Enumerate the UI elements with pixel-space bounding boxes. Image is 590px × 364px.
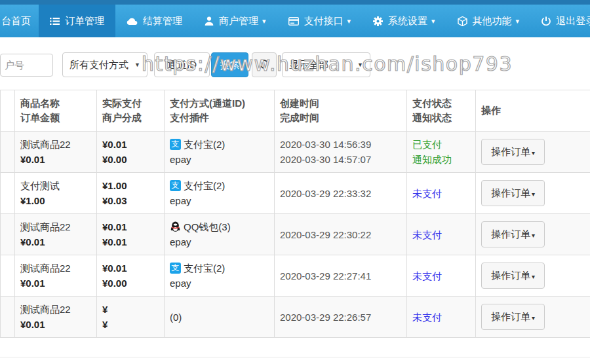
orders-table: 商品名称订单金额 实际支付商户分成 支付方式(通道ID)支付插件 创建时间完成时…	[0, 90, 590, 338]
order-action-button[interactable]: 操作订单 ▾	[481, 139, 545, 165]
cut-cell	[1, 173, 15, 214]
paid-cell: ¥0.01¥0.01	[97, 214, 165, 255]
refresh-icon	[259, 59, 269, 71]
chevron-down-icon: ▾	[532, 314, 535, 321]
pay-status: 未支付	[412, 227, 470, 242]
order-action-button[interactable]: 操作订单 ▾	[481, 304, 545, 330]
cut-cell	[1, 132, 15, 173]
top-navbar: 台首页 订单管理 结算管理 商户管理 ▾ 支付接口 ▾ 系统设置 ▾ 其他功能 …	[0, 0, 590, 37]
action-cell: 操作订单 ▾	[476, 173, 590, 214]
nav-item-label: 其他功能	[473, 15, 512, 27]
pay-method-cell: 支支付宝(2) epay	[165, 173, 275, 214]
header-times: 创建时间完成时间	[275, 90, 407, 132]
header-actions: 操作	[476, 90, 590, 132]
status-cell: 未支付	[407, 297, 476, 338]
cut-cell	[1, 255, 15, 297]
search-toolbar: 所有支付方式 ▼ 通道ID 搜索 显示全部 ▼	[0, 52, 590, 77]
order-action-button[interactable]: 操作订单 ▾	[481, 263, 545, 289]
nav-item-label: 商户管理	[219, 15, 258, 27]
alipay-icon: 支	[170, 180, 181, 191]
status-cell: 未支付	[407, 255, 476, 297]
nav-item-settlement[interactable]: 结算管理	[115, 5, 193, 37]
chevron-down-icon: ▾	[347, 17, 351, 26]
alipay-icon: 支	[170, 139, 181, 150]
pay-status: 未支付	[412, 186, 470, 201]
product-cell: 测试商品22¥0.01	[15, 255, 97, 297]
channel-id-button[interactable]: 通道ID	[154, 52, 210, 77]
nav-item-label: 支付接口	[304, 15, 344, 27]
time-cell: 2020-03-29 22:30:22	[275, 214, 407, 255]
nav-item-merchants[interactable]: 商户管理 ▾	[193, 5, 277, 37]
gear-icon	[373, 16, 383, 26]
header-product: 商品名称订单金额	[15, 90, 97, 132]
paid-cell: ¥0.01¥0.00	[97, 255, 165, 297]
chevron-down-icon: ▾	[532, 191, 535, 198]
action-cell: 操作订单 ▾	[476, 214, 590, 255]
order-action-button[interactable]: 操作订单 ▾	[481, 221, 545, 247]
table-row: 支付测试¥1.00 ¥1.00¥0.03 支支付宝(2) epay 2020-0…	[1, 173, 590, 214]
time-cell: 2020-03-29 22:26:57	[275, 297, 407, 338]
show-all-select[interactable]: 显示全部 ▼	[282, 52, 370, 77]
alipay-icon: 支	[170, 263, 181, 274]
nav-item-label: 结算管理	[143, 15, 182, 27]
chevron-down-icon: ▾	[516, 17, 520, 26]
nav-item-label: 系统设置	[388, 15, 427, 27]
table-row: 测试商品22¥0.01 ¥0.01¥0.00 支支付宝(2) epay 2020…	[1, 255, 590, 297]
table-row: 测试商品22¥0.01 ¥0.01¥0.01 QQ钱包(3) epay 2020…	[1, 214, 590, 255]
pay-method-cell: QQ钱包(3) epay	[165, 214, 275, 255]
nav-item-logout[interactable]: 退出登录	[530, 5, 590, 37]
refresh-button[interactable]	[252, 52, 277, 77]
cut-cell	[1, 214, 15, 255]
chevron-down-icon: ▾	[532, 149, 535, 156]
time-cell: 2020-03-29 22:27:41	[275, 255, 407, 297]
cloud-icon	[127, 17, 138, 26]
select-caret-icon: ▼	[134, 62, 140, 68]
list-icon	[50, 16, 60, 26]
nav-item-system-settings[interactable]: 系统设置 ▾	[362, 5, 446, 37]
select-caret-icon: ▼	[357, 62, 363, 68]
merchant-id-input[interactable]	[0, 54, 53, 77]
qq-wallet-icon	[170, 221, 181, 232]
action-cell: 操作订单 ▾	[476, 132, 590, 173]
chevron-down-icon: ▾	[532, 273, 535, 280]
pay-method-cell: 支支付宝(2) epay	[165, 132, 275, 173]
product-cell: 测试商品22¥0.01	[15, 132, 97, 173]
credit-card-icon	[288, 17, 299, 26]
pay-method-select[interactable]: 所有支付方式 ▼	[62, 52, 148, 77]
nav-item-label: 台首页	[1, 15, 31, 27]
status-cell: 未支付	[407, 173, 476, 214]
nav-item-label: 订单管理	[65, 15, 104, 27]
time-cell: 2020-03-29 22:33:32	[275, 173, 407, 214]
nav-item-home[interactable]: 台首页	[0, 5, 39, 37]
nav-item-pay-interface[interactable]: 支付接口 ▾	[277, 5, 363, 37]
pay-method-cell: 支支付宝(2) epay	[165, 255, 275, 297]
table-row: 测试商品22¥0.01 ¥0.01¥0.00 支支付宝(2) epay 2020…	[1, 132, 590, 173]
notify-status: 通知成功	[412, 152, 470, 167]
header-cut-column	[1, 90, 15, 132]
action-cell: 操作订单 ▾	[476, 255, 590, 297]
search-button[interactable]: 搜索	[211, 52, 248, 77]
pay-status: 未支付	[412, 268, 470, 283]
status-cell: 未支付	[407, 214, 476, 255]
nav-item-other-functions[interactable]: 其他功能 ▾	[446, 5, 531, 37]
paid-cell: ¥0.01¥0.00	[97, 132, 165, 173]
chevron-down-icon: ▾	[532, 232, 535, 239]
cut-cell	[1, 297, 15, 338]
chevron-down-icon: ▾	[431, 17, 435, 26]
pay-method-cell: (0)	[165, 297, 275, 338]
chevron-down-icon: ▾	[262, 17, 266, 26]
pay-status: 未支付	[412, 310, 470, 325]
nav-item-label: 退出登录	[556, 15, 590, 27]
nav-item-orders[interactable]: 订单管理	[39, 5, 115, 37]
paid-cell: ¥1.00¥0.03	[97, 173, 165, 214]
power-icon	[541, 16, 551, 26]
action-cell: 操作订单 ▾	[476, 297, 590, 338]
product-cell: 支付测试¥1.00	[15, 173, 97, 214]
paid-cell: ¥¥	[97, 297, 165, 338]
user-icon	[205, 16, 214, 26]
pay-status: 已支付	[412, 137, 470, 152]
order-action-button[interactable]: 操作订单 ▾	[481, 180, 545, 206]
table-header-row: 商品名称订单金额 实际支付商户分成 支付方式(通道ID)支付插件 创建时间完成时…	[1, 90, 590, 132]
status-cell: 已支付通知成功	[407, 132, 476, 173]
header-pay-method: 支付方式(通道ID)支付插件	[165, 90, 275, 132]
